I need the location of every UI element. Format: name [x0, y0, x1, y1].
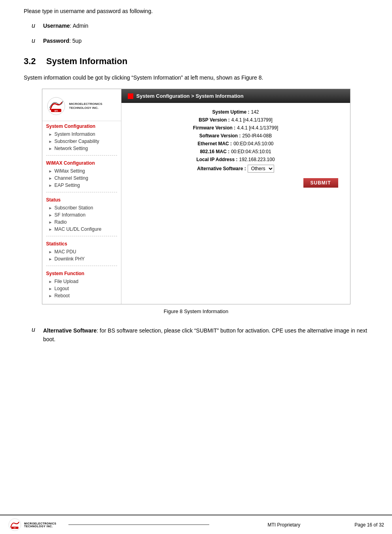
sidebar-item-eap-setting[interactable]: ► EAP Setting [46, 182, 117, 189]
chevron-icon: ► [49, 287, 53, 291]
footer-page-number: Page 16 of 32 [354, 522, 384, 528]
alt-software-select[interactable]: Others [248, 165, 274, 173]
username-bullet: u Username: Admin [24, 22, 368, 29]
sidebar-title-system-function: System Function [46, 271, 117, 276]
chevron-icon: ► [49, 139, 53, 144]
footer-divider-line [68, 524, 210, 525]
sidebar-section-statistics: Statistics ► MAC PDU ► Downlink PHY [42, 239, 121, 263]
sidebar: MTI MICROELECTRONICS TECHNOLOGY INC. Sys… [42, 89, 121, 304]
chevron-icon: ► [49, 169, 53, 173]
chevron-icon: ► [49, 227, 53, 232]
sidebar-item-sf-information[interactable]: ► SF Information [46, 211, 117, 219]
chevron-icon: ► [49, 257, 53, 261]
sidebar-title-wimax-config: WiMAX Configuration [46, 160, 117, 166]
sidebar-section-system-function: System Function ► File Upload ► Logout ►… [42, 268, 121, 300]
sidebar-section-status: Status ► Subscriber Station ► SF Informa… [42, 195, 121, 234]
alt-software-row: Alternative Software : Others [129, 165, 342, 173]
chevron-icon: ► [49, 206, 53, 210]
chevron-icon: ► [49, 279, 53, 284]
firmware-version-row: Firmware Version : 4.4.1 [r4.4.1/13799] [129, 125, 342, 131]
logo-text: MICROELECTRONICS TECHNOLOGY INC. [69, 102, 102, 110]
main-body: System Uptime : 142 BSP Version : 4.4.1 … [121, 103, 350, 194]
chevron-icon: ► [49, 250, 53, 254]
sidebar-section-system-config: System Configuration ► System Informatio… [42, 121, 121, 153]
main-area: System Configuration > System Informatio… [121, 89, 350, 304]
alt-software-bullet-label: Alternative Software [43, 327, 97, 334]
chevron-icon: ► [49, 213, 53, 217]
intro-text: Please type in username and password as … [24, 8, 368, 14]
password-value: 5up [72, 38, 81, 44]
sidebar-title-statistics: Statistics [46, 241, 117, 247]
chevron-icon: ► [49, 176, 53, 181]
local-ip-row: Local IP Address : 192.168.223.100 [129, 157, 342, 162]
sidebar-item-system-information[interactable]: ► System Information [46, 131, 117, 138]
svg-point-0 [47, 97, 65, 115]
header-icon [128, 93, 133, 99]
ethernet-mac-row: Ethernet MAC : 00:ED:04:A5:10:00 [129, 141, 342, 146]
sidebar-item-radio[interactable]: ► Radio [46, 219, 117, 226]
bottom-bullet-alt-software: u Alternative Software: for BS software … [24, 326, 368, 344]
sidebar-item-downlink-phy[interactable]: ► Downlink PHY [46, 255, 117, 262]
logo-area: MTI MICROELECTRONICS TECHNOLOGY INC. [42, 93, 121, 121]
chevron-icon: ► [49, 294, 53, 298]
wimax-mac-row: 802.16 MAC : 00:ED:04:A5:10:01 [129, 149, 342, 154]
chevron-icon: ► [49, 146, 53, 151]
footer-logo-text: MICROELECTRONICS TECHNOLOGY INC. [24, 522, 57, 528]
sidebar-item-reboot[interactable]: ► Reboot [46, 292, 117, 299]
sidebar-item-wimax-setting[interactable]: ► WiMax Setting [46, 167, 117, 175]
main-header: System Configuration > System Informatio… [121, 89, 350, 103]
main-header-title: System Configuration > System Informatio… [136, 93, 244, 99]
chevron-icon: ► [49, 132, 53, 137]
footer-logo-icon: MTI [8, 518, 22, 532]
submit-row: SUBMIT [129, 178, 342, 188]
sidebar-title-status: Status [46, 197, 117, 203]
figure-box: MTI MICROELECTRONICS TECHNOLOGY INC. Sys… [42, 89, 350, 304]
chevron-icon: ► [49, 220, 53, 224]
svg-text:MTI: MTI [13, 527, 16, 529]
sidebar-item-mac-pdu[interactable]: ► MAC PDU [46, 248, 117, 255]
footer-center-text: MTI Proprietary [213, 522, 354, 528]
password-bullet: u Password: 5up [24, 37, 368, 44]
sidebar-item-channel-setting[interactable]: ► Channel Setting [46, 175, 117, 182]
software-version-row: Software Version : 250-IR44-08B [129, 133, 342, 139]
svg-point-3 [9, 519, 21, 531]
bsp-version-row: BSP Version : 4.4.1 [r4.4.1/13799] [129, 117, 342, 123]
section-description: System information could be got by click… [24, 74, 368, 81]
sidebar-item-logout[interactable]: ► Logout [46, 285, 117, 292]
chevron-icon: ► [49, 183, 53, 188]
footer-logo: MTI MICROELECTRONICS TECHNOLOGY INC. [8, 518, 57, 532]
page-footer: MTI MICROELECTRONICS TECHNOLOGY INC. MTI… [0, 515, 392, 534]
figure-caption: Figure 8 System Information [164, 308, 228, 314]
password-label: Password [43, 38, 69, 44]
figure-container: MTI MICROELECTRONICS TECHNOLOGY INC. Sys… [24, 89, 368, 314]
sidebar-item-network-setting[interactable]: ► Network Setting [46, 145, 117, 152]
sidebar-item-file-upload[interactable]: ► File Upload [46, 278, 117, 285]
uptime-row: System Uptime : 142 [129, 109, 342, 115]
alt-software-label: Alternative Software : [197, 166, 246, 171]
sidebar-item-subscriber-station[interactable]: ► Subscriber Station [46, 204, 117, 211]
mti-logo-icon: MTI [46, 96, 66, 116]
sidebar-title-system-config: System Configuration [46, 124, 117, 129]
sidebar-section-wimax-config: WiMAX Configuration ► WiMax Setting ► Ch… [42, 158, 121, 190]
submit-button[interactable]: SUBMIT [303, 178, 338, 188]
sidebar-item-mac-ul-dl[interactable]: ► MAC UL/DL Configure [46, 226, 117, 233]
svg-text:MTI: MTI [54, 110, 58, 112]
sidebar-item-subscriber-capability[interactable]: ► Subscriber Capability [46, 138, 117, 145]
username-label: Username [43, 23, 70, 29]
section-heading: 3.2 System Information [24, 56, 368, 67]
username-value: Admin [73, 23, 89, 29]
